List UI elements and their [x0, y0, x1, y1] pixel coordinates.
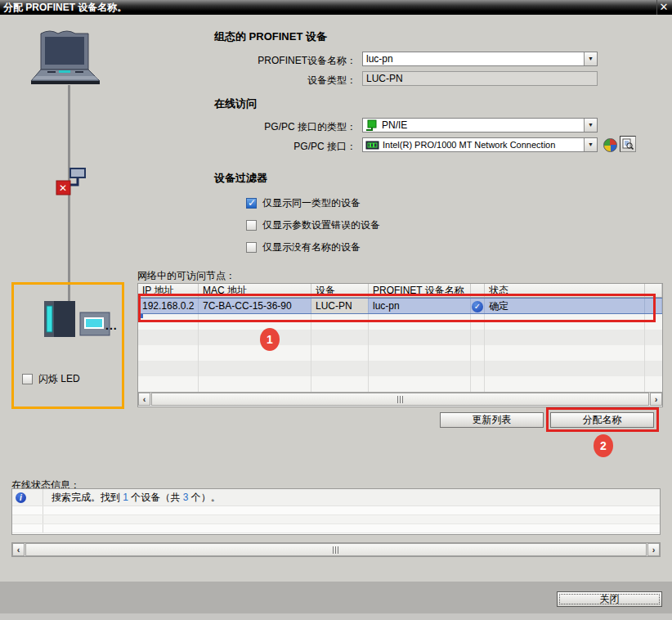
close-button[interactable]: 关闭 [557, 591, 662, 607]
search-list-icon [622, 138, 634, 150]
interface-value: Intel(R) PRO/1000 MT Network Connection [379, 140, 584, 150]
status-row-empty [12, 524, 660, 533]
assign-profinet-name-dialog: 分配 PROFINET 设备名称。 ✕ ✕ ... 闪烁 LED 组态的 PRO… [0, 0, 672, 620]
device-type-field: LUC-PN [362, 71, 598, 86]
device-type-label: 设备类型： [213, 74, 356, 88]
grip-icon [397, 396, 405, 403]
profinet-device-name-select[interactable]: luc-pn ▼ [362, 52, 598, 66]
filter-no-name-label: 仅显示没有名称的设备 [262, 240, 361, 254]
status-message-row: i 搜索完成。找到 1 个设备（共 3 个）。 [12, 489, 660, 506]
annotation-step2-badge: 2 [594, 434, 613, 457]
interface-label: PG/PC 接口： [213, 140, 356, 154]
pg-pc-computer-icon [29, 25, 105, 88]
filter-bad-params-checkbox[interactable] [246, 220, 257, 231]
status-horizontal-scrollbar[interactable]: ‹ › [11, 542, 661, 557]
configured-device-heading: 组态的 PROFINET 设备 [214, 29, 327, 44]
table-horizontal-scrollbar[interactable]: ‹ › [138, 392, 662, 406]
info-icon: i [16, 492, 26, 503]
online-access-heading: 在线访问 [214, 97, 257, 111]
device-ellipsis: ... [105, 319, 118, 332]
window-title: 分配 PROFINET 设备名称。 [3, 2, 127, 13]
chevron-down-icon[interactable]: ▼ [584, 52, 597, 65]
annotation-step1-badge: 1 [260, 328, 280, 351]
grip-icon [333, 546, 340, 554]
filter-no-name-checkbox[interactable] [246, 242, 257, 253]
interface-type-label: PG/PC 接口的类型： [213, 120, 356, 134]
interface-type-value: PN/IE [379, 119, 584, 131]
red-x-glyph: ✕ [59, 182, 67, 194]
scroll-left-icon[interactable]: ‹ [12, 543, 25, 556]
pgpc-interface-type-select[interactable]: PN/IE ▼ [362, 118, 598, 133]
pgpc-interface-select[interactable]: Intel(R) PRO/1000 MT Network Connection … [362, 137, 598, 152]
profinet-name-label: PROFINET设备名称： [213, 54, 356, 68]
annotation-box-step2 [546, 407, 659, 432]
nodes-table-caption: 网络中的可访问节点： [137, 269, 235, 283]
flash-led-label: 闪烁 LED [38, 372, 80, 386]
flash-led-checkbox[interactable] [22, 374, 33, 384]
filter-same-type-checkbox[interactable]: ✓ [246, 198, 257, 209]
status-row-empty [12, 506, 660, 515]
footer-strip [0, 613, 672, 620]
scroll-right-icon[interactable]: › [647, 543, 660, 556]
nic-card-icon [365, 140, 379, 151]
status-message: 搜索完成。找到 1 个设备（共 3 个）。 [43, 489, 221, 505]
table-row-empty [138, 376, 662, 392]
scroll-thumb[interactable] [25, 543, 647, 556]
accessible-devices-button[interactable] [620, 136, 636, 152]
table-row-empty [138, 330, 662, 345]
scroll-thumb[interactable] [151, 393, 649, 406]
pn-ie-icon [365, 119, 379, 131]
chevron-down-icon[interactable]: ▼ [584, 119, 597, 132]
status-row-empty [12, 515, 660, 524]
title-bar: 分配 PROFINET 设备名称。 ✕ [0, 0, 672, 15]
network-link-broken-icon: ✕ [49, 160, 90, 200]
chevron-down-icon[interactable]: ▼ [584, 138, 597, 151]
table-row-empty [138, 345, 662, 361]
globe-icon [603, 138, 617, 152]
device-filter-heading: 设备过滤器 [214, 171, 267, 186]
online-status-list: i 搜索完成。找到 1 个设备（共 3 个）。 [11, 488, 661, 535]
update-list-button[interactable]: 更新列表 [440, 412, 544, 428]
annotation-box-step1 [138, 294, 656, 322]
close-icon[interactable]: ✕ [656, 0, 670, 15]
filter-bad-params-label: 仅显示参数设置错误的设备 [262, 218, 380, 232]
check-icon: ✓ [248, 197, 256, 209]
profinet-device-name-value: luc-pn [363, 53, 584, 65]
table-row-empty [138, 361, 662, 376]
filter-same-type-label: 仅显示同一类型的设备 [262, 196, 361, 210]
network-settings-button[interactable] [602, 137, 618, 153]
scroll-left-icon[interactable]: ‹ [138, 393, 150, 406]
scroll-right-icon[interactable]: › [650, 393, 662, 406]
